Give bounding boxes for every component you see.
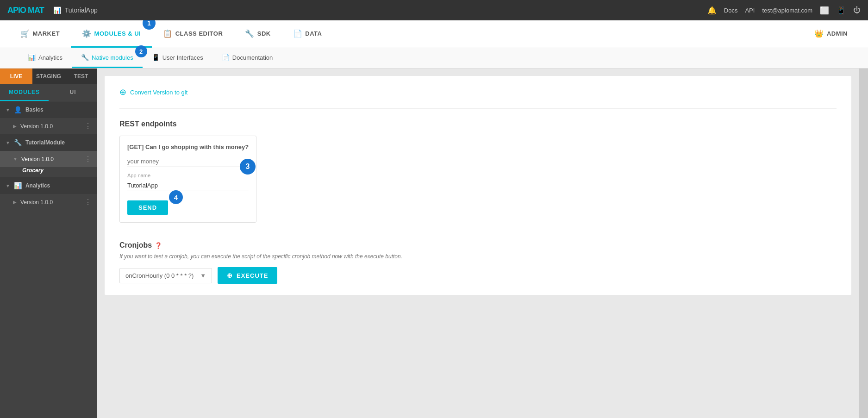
sdk-icon: 🔧 (245, 29, 255, 38)
tutorial-v1-label: Version 1.0.0 (18, 156, 84, 162)
env-tabs: Live Staging Test (0, 69, 97, 84)
sub-nav-native-modules-label: Native modules (92, 54, 133, 61)
send-button[interactable]: SEND (127, 200, 168, 215)
modules-ui-icon: ⚙️ (82, 29, 92, 38)
window-icon[interactable]: ⬜ (820, 6, 829, 15)
execute-label: EXECUTE (237, 272, 268, 279)
grocery-label: Grocery (22, 167, 44, 174)
group-basics-header[interactable]: ▼ 👤 Basics (0, 101, 97, 118)
cronjobs-title: Cronjobs ❓ (119, 241, 837, 250)
sub-nav-user-interfaces-label: User Interfaces (162, 54, 203, 61)
env-tab-live[interactable]: Live (0, 69, 32, 84)
app-name-icon: 📊 (53, 6, 61, 14)
cronjob-select[interactable]: onCronHourly (0 0 * * * ?) ▼ (119, 268, 212, 283)
topbar: APiO MAT 📊 TutorialApp 🔔 Docs API test@a… (0, 0, 868, 20)
nav-modules-ui[interactable]: ⚙️ MODULES & UI 1 (71, 20, 152, 48)
group-analytics-header[interactable]: ▼ 📊 Analytics (0, 177, 97, 194)
app-name-text: TutorialApp (65, 6, 98, 14)
field-group-appname: App name (127, 173, 249, 191)
right-scroll (859, 69, 868, 418)
cronjobs-title-text: Cronjobs (119, 241, 152, 250)
sub-nav: 📊 Analytics 🔧 Native modules 2 📱 User In… (0, 48, 868, 69)
app-name: 📊 TutorialApp (53, 6, 707, 14)
sub-nav-documentation-label: Documentation (232, 54, 273, 61)
api-link[interactable]: API (745, 7, 755, 14)
section-tab-modules[interactable]: MODULES (0, 84, 49, 101)
nav-sdk[interactable]: 🔧 SDK (234, 20, 281, 48)
market-icon: 🛒 (20, 29, 30, 38)
endpoint-method-label: [GET] Can I go shopping with this money? (127, 143, 249, 150)
endpoint-card: [GET] Can I go shopping with this money?… (119, 136, 256, 223)
nav-market[interactable]: 🛒 MARKET (9, 20, 71, 48)
plus-circle-icon: ⊕ (119, 87, 126, 97)
env-tab-staging[interactable]: Staging (32, 69, 65, 84)
user-interfaces-sub-icon: 📱 (152, 54, 160, 61)
chevron-down-icon-2: ▼ (6, 140, 10, 145)
sub-nav-analytics-label: Analytics (38, 54, 62, 61)
sidebar: Live Staging Test MODULES UI ▼ 👤 Basics … (0, 69, 97, 418)
basics-group-label: Basics (25, 106, 44, 113)
sidebar-item-basics-v1[interactable]: ▶ Version 1.0.0 ⋮ (0, 118, 97, 134)
phone-icon[interactable]: 📱 (837, 6, 846, 15)
sidebar-item-grocery[interactable]: Grocery (0, 167, 97, 177)
section-tab-ui[interactable]: UI (49, 84, 97, 101)
group-tutorial-module-header[interactable]: ▼ 🔧 TutorialModule (0, 134, 97, 151)
cronjobs-desc: If you want to test a cronjob, you can e… (119, 253, 837, 260)
native-modules-sub-icon: 🔧 (81, 54, 89, 61)
docs-link[interactable]: Docs (724, 7, 738, 14)
section-tabs: MODULES UI (0, 84, 97, 101)
analytics-group-icon: 📊 (14, 182, 22, 189)
rest-endpoints-title: REST endpoints (119, 120, 837, 128)
power-icon[interactable]: ⏻ (853, 6, 861, 14)
content-area: ⊕ Convert Version to git REST endpoints … (97, 69, 859, 418)
sidebar-item-analytics-v1[interactable]: ▶ Version 1.0.0 ⋮ (0, 194, 97, 210)
cronjobs-section: Cronjobs ❓ If you want to test a cronjob… (119, 241, 837, 284)
analytics-v1-dots[interactable]: ⋮ (84, 198, 92, 206)
dropdown-arrow-icon: ▼ (200, 272, 206, 279)
sub-nav-user-interfaces[interactable]: 📱 User Interfaces (143, 48, 212, 68)
sidebar-item-tutorial-v1[interactable]: ▼ Version 1.0.0 ⋮ (0, 151, 97, 167)
nav-sdk-label: SDK (257, 30, 271, 37)
field-group-money (127, 156, 249, 167)
convert-version[interactable]: ⊕ Convert Version to git (119, 87, 837, 97)
nav-class-editor-label: CLASS EDITOR (175, 30, 223, 37)
convert-version-label: Convert Version to git (130, 89, 187, 96)
field-money-input[interactable] (127, 156, 249, 167)
nav-admin[interactable]: 👑 ADMIN (803, 20, 859, 48)
logo: APiO MAT (7, 6, 44, 15)
analytics-v1-label: Version 1.0.0 (17, 199, 84, 206)
nav-data-label: DATA (305, 30, 322, 37)
cronjob-option-text: onCronHourly (0 0 * * * ?) (125, 272, 194, 279)
documentation-sub-icon: 📄 (222, 54, 230, 61)
basics-group-icon: 👤 (14, 106, 22, 113)
nav-class-editor[interactable]: 📋 CLASS EDITOR (152, 20, 234, 48)
nav-admin-label: ADMIN (827, 30, 848, 37)
cronjob-row: onCronHourly (0 0 * * * ?) ▼ ⊕ EXECUTE (119, 267, 837, 284)
appname-input[interactable] (127, 180, 249, 191)
group-basics: ▼ 👤 Basics ▶ Version 1.0.0 ⋮ (0, 101, 97, 134)
analytics-group-label: Analytics (25, 182, 50, 189)
sub-nav-native-modules[interactable]: 🔧 Native modules 2 (72, 48, 143, 68)
endpoint-area: [GET] Can I go shopping with this money?… (119, 136, 256, 223)
basics-v1-label: Version 1.0.0 (17, 123, 84, 130)
topbar-right: 🔔 Docs API test@apiomat.com ⬜ 📱 ⏻ (707, 6, 861, 15)
chevron-down-icon: ▼ (6, 107, 10, 112)
group-tutorial-module: ▼ 🔧 TutorialModule ▼ Version 1.0.0 ⋮ Gro… (0, 134, 97, 177)
sub-nav-documentation[interactable]: 📄 Documentation (212, 48, 282, 68)
nav-market-label: MARKET (33, 30, 60, 37)
tutorial-v1-dots[interactable]: ⋮ (84, 155, 92, 163)
class-editor-icon: 📋 (163, 29, 173, 38)
env-tab-test[interactable]: Test (65, 69, 97, 84)
section-divider (119, 108, 837, 109)
analytics-sub-icon: 📊 (28, 54, 36, 61)
body-layout: Live Staging Test MODULES UI ▼ 👤 Basics … (0, 69, 868, 418)
user-email: test@apiomat.com (762, 7, 812, 14)
sub-nav-analytics[interactable]: 📊 Analytics (19, 48, 72, 68)
tour-badge-3: 3 (240, 159, 256, 175)
tour-badge-2: 2 (135, 45, 147, 57)
bell-icon[interactable]: 🔔 (707, 6, 717, 15)
nav-data[interactable]: 📄 DATA (282, 20, 333, 48)
basics-v1-dots[interactable]: ⋮ (84, 122, 92, 131)
execute-button[interactable]: ⊕ EXECUTE (218, 267, 277, 284)
cronjobs-help-icon[interactable]: ❓ (155, 242, 162, 249)
